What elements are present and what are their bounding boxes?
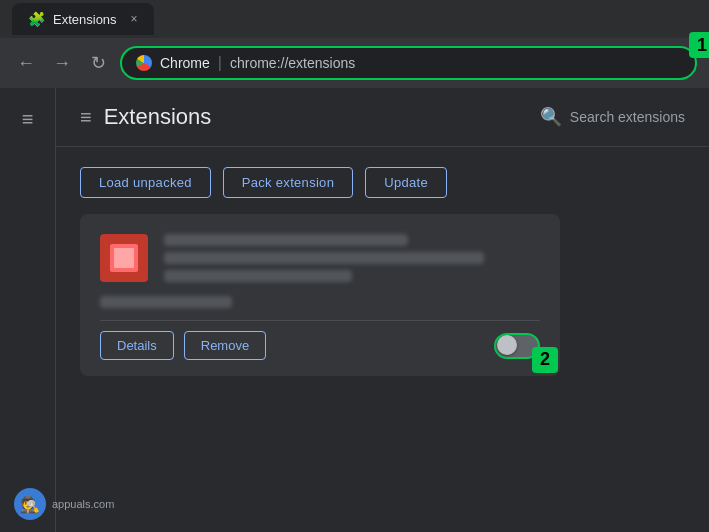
toggle-knob	[497, 335, 517, 355]
extension-card-top	[100, 234, 540, 282]
extensions-title-area: ≡ Extensions	[80, 104, 211, 130]
back-button[interactable]: ←	[12, 49, 40, 77]
card-action-buttons: Details Remove	[100, 331, 266, 360]
toggle-wrapper: 2	[494, 333, 540, 359]
refresh-button[interactable]: ↻	[84, 49, 112, 77]
watermark-text: appuals.com	[52, 498, 114, 510]
extension-name-line	[164, 234, 408, 246]
browser-toolbar: ← → ↻ Chrome | chrome://extensions 1	[0, 38, 709, 88]
tab-title: Extensions	[53, 12, 117, 27]
extensions-title: Extensions	[104, 104, 212, 130]
extension-icon	[100, 234, 148, 282]
extension-desc-line-2	[164, 270, 352, 282]
extensions-page: ≡ ≡ Extensions 🔍 Search extensions Load …	[0, 88, 709, 532]
pack-extension-button[interactable]: Pack extension	[223, 167, 353, 198]
sidebar: ≡	[0, 88, 56, 532]
sidebar-menu-icon[interactable]: ≡	[14, 100, 42, 139]
search-area[interactable]: 🔍 Search extensions	[540, 106, 685, 128]
remove-button[interactable]: Remove	[184, 331, 266, 360]
watermark-icon: 🕵	[14, 488, 46, 520]
chrome-logo-icon	[136, 55, 152, 71]
tab-close-button[interactable]: ×	[131, 12, 138, 26]
step-badge-1: 1	[689, 32, 709, 58]
extension-desc-line-1	[164, 252, 484, 264]
search-placeholder: Search extensions	[570, 109, 685, 125]
url-text: chrome://extensions	[230, 55, 355, 71]
main-content: ≡ Extensions 🔍 Search extensions Load un…	[56, 88, 709, 532]
browser-tab[interactable]: 🧩 Extensions ×	[12, 3, 154, 35]
step-badge-2: 2	[532, 347, 558, 373]
load-unpacked-button[interactable]: Load unpacked	[80, 167, 211, 198]
details-button[interactable]: Details	[100, 331, 174, 360]
address-bar[interactable]: Chrome | chrome://extensions	[120, 46, 697, 80]
extensions-tab-icon: 🧩	[28, 11, 45, 27]
search-icon: 🔍	[540, 106, 562, 128]
extension-icon-inner	[110, 244, 138, 272]
extensions-menu-icon: ≡	[80, 106, 92, 129]
update-button[interactable]: Update	[365, 167, 447, 198]
forward-button[interactable]: →	[48, 49, 76, 77]
extension-cards-area: Details Remove 2	[56, 214, 709, 400]
titlebar: 🧩 Extensions ×	[0, 0, 709, 38]
action-bar: Load unpacked Pack extension Update	[56, 147, 709, 214]
extensions-header: ≡ Extensions 🔍 Search extensions	[56, 88, 709, 147]
watermark: 🕵 appuals.com	[14, 488, 114, 520]
extension-info	[164, 234, 540, 282]
site-name: Chrome	[160, 55, 210, 71]
extension-version-line	[100, 296, 232, 308]
extension-card: Details Remove 2	[80, 214, 560, 376]
extension-card-bottom: Details Remove 2	[100, 320, 540, 360]
